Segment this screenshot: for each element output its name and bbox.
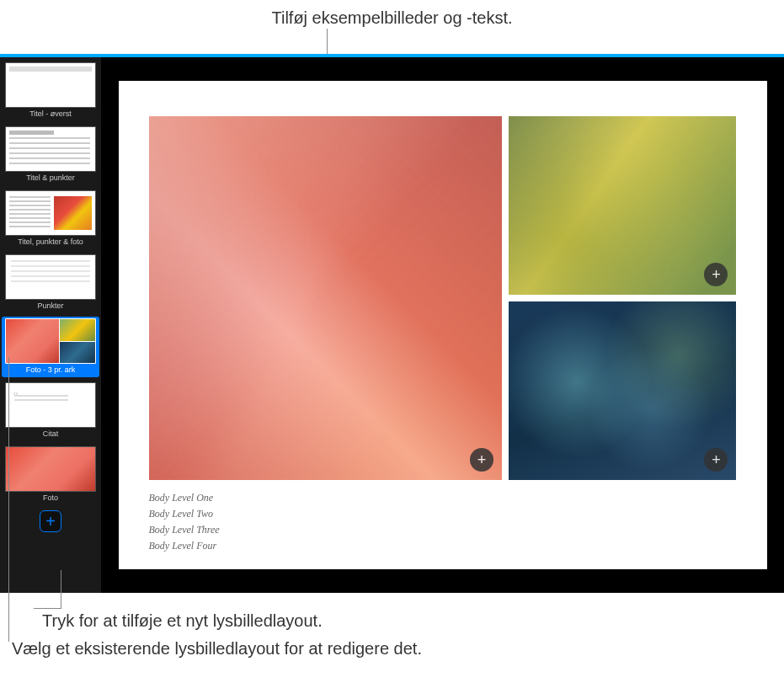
callout-leader-select (8, 357, 9, 642)
thumb-preview (5, 126, 96, 172)
thumb-preview (5, 254, 96, 300)
layout-thumb-punkter[interactable]: Punkter (2, 253, 99, 313)
thumb-preview (5, 62, 96, 108)
add-image-icon[interactable]: + (470, 448, 493, 472)
layout-thumb-titel-overst[interactable]: Titel - øverst (2, 61, 99, 121)
add-image-icon[interactable]: + (704, 448, 728, 472)
slide-layout-sidebar: Titel - øverst Titel & punkter Titel, pu… (0, 57, 101, 593)
image-placeholder-top-right[interactable]: + (509, 116, 737, 295)
thumb-preview (5, 190, 96, 236)
slide: + + + Body Level One Body Level Two Body… (119, 81, 767, 569)
layout-thumb-citat[interactable]: Citat (2, 381, 99, 441)
thumb-preview (5, 382, 96, 428)
thumb-label: Titel & punkter (5, 172, 96, 185)
image-placeholder-bottom-right[interactable]: + (509, 301, 737, 480)
layout-thumb-titel-punkter-foto[interactable]: Titel, punkter & foto (2, 189, 99, 249)
callouts-bottom: Tryk for at tilføje et nyt lysbilledlayo… (0, 593, 784, 667)
callout-leader-add (61, 570, 61, 609)
body-level-line: Body Level Four (149, 540, 737, 552)
layout-thumb-foto[interactable]: Foto (2, 445, 99, 505)
body-level-line: Body Level Two (149, 508, 737, 520)
layout-thumb-foto-3-pr-ark[interactable]: Foto - 3 pr. ark (2, 317, 99, 377)
plus-icon: + (45, 513, 56, 530)
image-grid: + + + (149, 116, 737, 480)
thumb-label: Foto (5, 492, 96, 505)
thumb-preview (5, 446, 96, 492)
body-level-line: Body Level Three (149, 524, 737, 536)
thumb-preview (5, 318, 96, 364)
app-frame: Titel - øverst Titel & punkter Titel, pu… (0, 54, 784, 593)
image-placeholder-large[interactable]: + (149, 116, 502, 480)
body-text-placeholder[interactable]: Body Level One Body Level Two Body Level… (149, 492, 737, 552)
callout-select-layout: Vælg et eksisterende lysbilledlayout for… (12, 639, 784, 659)
thumb-label: Citat (5, 428, 96, 441)
add-slide-layout-button[interactable]: + (40, 510, 61, 532)
callout-add-layout: Tryk for at tilføje et nyt lysbilledlayo… (42, 611, 784, 631)
thumb-label: Titel, punkter & foto (5, 236, 96, 249)
thumb-label: Foto - 3 pr. ark (5, 364, 96, 377)
slide-canvas: + + + Body Level One Body Level Two Body… (101, 57, 784, 593)
thumb-label: Punkter (5, 300, 96, 313)
add-image-icon[interactable]: + (704, 263, 728, 286)
layout-thumb-titel-punkter[interactable]: Titel & punkter (2, 125, 99, 185)
thumb-label: Titel - øverst (5, 108, 96, 121)
callout-top: Tilføj eksempelbilleder og -tekst. (0, 0, 784, 31)
body-level-line: Body Level One (149, 492, 737, 504)
